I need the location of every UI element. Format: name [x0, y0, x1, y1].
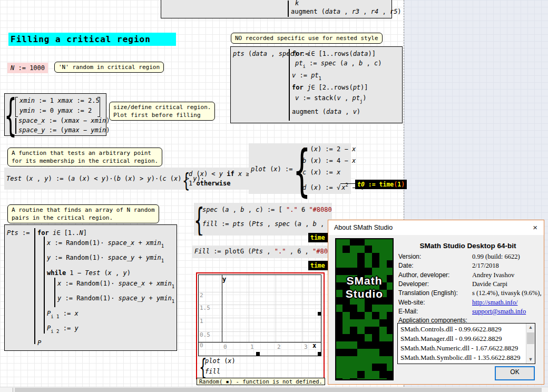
- x-tick-label: 1: [250, 344, 254, 350]
- math-line: P: [37, 339, 41, 347]
- listbox-scrollbar[interactable]: ▲ ▼: [526, 324, 535, 364]
- math-line: x := Random(1)· space_x + xmin1: [47, 239, 164, 250]
- y-tick-label: 0.5: [200, 332, 210, 338]
- y-tick-label: 0: [200, 342, 203, 348]
- note-nested-style[interactable]: NO recorded specific use for nested styl…: [231, 33, 383, 44]
- note-n-random[interactable]: 'N' random in critical region: [54, 62, 164, 73]
- math-line: plot (x) :=: [251, 165, 293, 173]
- math-line: a (x) := 2 − x: [302, 145, 356, 153]
- info-value: 2/17/2018: [472, 262, 499, 270]
- formula-test[interactable]: Test (x , y) := (a (x) < y)·(b (x) > y)·…: [4, 168, 253, 190]
- formula-fill[interactable]: Fill := plotG (Pts , "." , 6 , "#808080"…: [192, 246, 332, 258]
- math-line: space_x := (xmax − xmin): [18, 117, 110, 125]
- math-line: Pi 2 := y: [47, 325, 79, 336]
- ok-button[interactable]: OK: [495, 366, 535, 380]
- info-link[interactable]: http://smath.info/: [472, 299, 517, 307]
- x-tick-label: 0: [223, 344, 227, 350]
- math-line: for i∈ [1..N]: [37, 229, 87, 237]
- component-item[interactable]: SMath.Controls.dll - 0.99.6622.8829: [400, 325, 525, 334]
- plot-frame: y x 21.510.500123: [198, 275, 321, 356]
- info-label: Date:: [398, 262, 414, 269]
- scroll-up-icon[interactable]: ▲: [526, 324, 535, 331]
- note-size-define[interactable]: size/define critical region. Plot first …: [109, 102, 215, 121]
- error-note[interactable]: Random( ▪) - function is not defined.: [197, 378, 325, 385]
- info-label: Author, developer:: [398, 271, 449, 279]
- math-line: y := Random(1)· space_y + ymin1: [47, 254, 164, 265]
- close-icon[interactable]: ×: [533, 223, 537, 232]
- info-link[interactable]: support@smath.info: [472, 308, 526, 316]
- resize-handle-bottom[interactable]: [256, 352, 260, 356]
- math-line: c (x) := x: [302, 169, 340, 177]
- math-line: fill := pts (Pts , spec (a , b , c)): [202, 220, 332, 228]
- plot-expression[interactable]: { plot (x) fill: [199, 357, 278, 377]
- horizontal-scrollbar[interactable]: [0, 387, 548, 392]
- math-line: plot (x): [205, 357, 236, 365]
- smath-studio-window: k augment (data , r3 , r4 , r5) Filling …: [0, 0, 548, 392]
- math-line: d (x) < y if x ≥ 2: [189, 170, 257, 178]
- info-label: Developer:: [398, 280, 429, 288]
- math-line: while 1 − Test (x , y): [47, 269, 131, 277]
- math-line: Pts :=: [7, 229, 30, 237]
- math-line: 1 otherwise: [189, 180, 231, 188]
- scroll-down-icon[interactable]: ▼: [526, 356, 535, 364]
- math-line: Fill := plotG (Pts , "." , 6 , "#808080"…: [194, 248, 332, 256]
- horizontal-scroll-thumb[interactable]: [15, 388, 542, 392]
- note-routine[interactable]: A routine that finds an array of N rando…: [7, 204, 159, 223]
- formula-block-pts-routine[interactable]: Pts := for i∈ [1..N] x := Random(1)· spa…: [4, 224, 177, 351]
- formula-block-defs[interactable]: { xmin := 1 xmax := 2.5 ymin := 0 ymax :…: [4, 93, 106, 136]
- dialog-heading: SMath Studio Desktop 64-bit: [397, 242, 539, 250]
- plot-y-axis-label: y: [222, 276, 226, 283]
- info-label: E-Mail:: [398, 308, 418, 315]
- math-line: xmin := 1 xmax := 2.5: [19, 97, 100, 105]
- resize-handle-right[interactable]: [318, 312, 321, 316]
- smath-logo: SMath Studio: [335, 238, 394, 380]
- math-line: pti := spec (a , b , c): [295, 60, 381, 71]
- component-item[interactable]: SMath.Math.Numeric.dll - 1.67.6622.8829: [400, 344, 525, 353]
- n-definition[interactable]: N := 1000: [7, 63, 48, 73]
- y-tick-label: 1: [200, 318, 203, 324]
- about-dialog: About SMath Studio × SMath Studio SMath …: [328, 220, 544, 385]
- formula-block-pts-function[interactable]: pts (data , spec) := for i∈ [1..rows(dat…: [230, 46, 403, 123]
- plot-x-axis-label: x: [312, 342, 316, 349]
- components-listbox[interactable]: SMath.Controls.dll - 0.99.6622.8829SMath…: [397, 323, 535, 364]
- math-line: space_y := (ymax − ymin): [18, 126, 110, 134]
- dialog-titlebar[interactable]: About SMath Studio ×: [328, 220, 544, 235]
- scrollbar-corner[interactable]: [0, 388, 13, 392]
- info-label: Version:: [398, 253, 421, 260]
- plot-region[interactable]: y x 21.510.500123 { plot (x) fill: [196, 272, 325, 379]
- math-line: v := stack(v , ptj): [295, 94, 367, 105]
- t0-time-badge[interactable]: t0 := time(1): [355, 180, 407, 189]
- info-value: Andrey Ivashov: [472, 271, 514, 279]
- math-line: Pi 1 := x: [47, 310, 79, 321]
- info-value: Davide Carpi: [472, 280, 507, 288]
- math-line: v := pt1: [292, 72, 321, 83]
- x-tick-label: 3: [304, 344, 308, 350]
- dialog-title: About SMath Studio: [334, 224, 393, 231]
- math-line: k: [295, 0, 299, 7]
- section-title-banner[interactable]: Filling a critical region: [8, 33, 176, 46]
- resize-handle-corner[interactable]: [318, 352, 321, 356]
- info-label: Translation (English):: [398, 289, 458, 297]
- x-tick-label: 2: [277, 344, 281, 350]
- math-line: ymin := 0 ymax := 2: [19, 107, 92, 115]
- info-value: 0.99 (build: 6622): [472, 253, 520, 261]
- formula-spec-fill[interactable]: { spec (a , b , c) := [ "." 6 "#808080" …: [194, 203, 332, 236]
- scroll-thumb[interactable]: [527, 332, 534, 344]
- component-item[interactable]: SMath.Manager.dll - 0.99.6622.8829: [400, 334, 525, 344]
- component-item[interactable]: SMath.Math.Symbolic.dll - 1.35.6622.8829: [400, 353, 525, 362]
- formula-block-partial[interactable]: k augment (data , r3 , r4 , r5): [161, 0, 392, 18]
- math-line: x := Random(1)· space_x + xmin1: [57, 280, 174, 291]
- info-label: Web-site:: [398, 299, 425, 306]
- info-value: s (12.4%), tivasyk (9.6%),: [472, 289, 542, 297]
- math-line: spec (a , b , c) := [ "." 6 "#808080" ]: [202, 206, 332, 214]
- math-line: Test (x , y) := (a (x) < y)·(b (x) > y)·…: [6, 175, 204, 183]
- math-line: for i∈ [1..rows(data)]: [292, 50, 376, 58]
- math-line: for j∈ [2..rows(pt)]: [292, 84, 368, 92]
- logo-text: SMath Studio: [336, 274, 393, 300]
- note-test-function[interactable]: A function that tests an arbitrary point…: [7, 148, 162, 166]
- components-list: SMath.Controls.dll - 0.99.6622.8829SMath…: [400, 325, 525, 364]
- y-tick-label: 1.5: [200, 305, 210, 311]
- y-tick-label: 2: [200, 292, 203, 298]
- formula-plot-def[interactable]: plot (x) := { a (x) := 2 − x b (x) := 4 …: [249, 143, 351, 194]
- math-line: augment (data , r3 , r4 , r5): [291, 8, 402, 16]
